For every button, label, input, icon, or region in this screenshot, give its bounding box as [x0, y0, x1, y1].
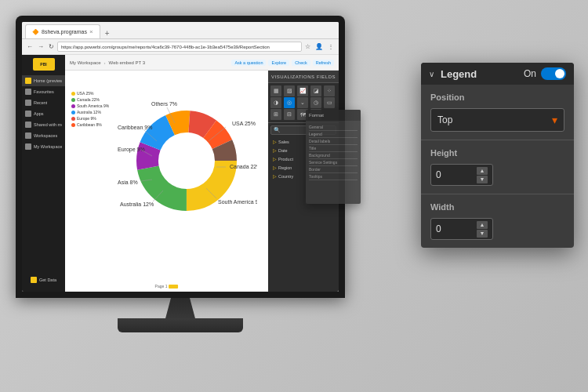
legend-dot-canada [71, 98, 75, 102]
legend-dot-europe [71, 117, 75, 121]
field-label-date: Date [278, 148, 288, 153]
height-label: Height [430, 148, 564, 158]
sidebar-label: Recent [34, 100, 47, 105]
sidebar-item-shared[interactable]: Shared with me [22, 119, 65, 130]
sidebar-label: My Workspace [34, 144, 62, 149]
url-text: https://app.powerbi.com/groups/me/report… [61, 45, 270, 49]
refresh-button[interactable]: ↻ [47, 42, 56, 51]
field-icon-region: ▷ [273, 165, 277, 170]
new-tab-button[interactable]: + [102, 27, 113, 38]
search-icon: 🔍 [274, 127, 281, 133]
legend-chevron-icon[interactable]: ∨ [429, 70, 434, 78]
viz-donut-chart[interactable]: ◎ [284, 97, 295, 108]
clock-icon [25, 100, 31, 106]
viz-panel-header: VISUALIZATIONS FIELDS [268, 71, 339, 83]
page-label: Page 1 [155, 284, 168, 289]
width-up-button[interactable]: ▲ [477, 221, 488, 229]
sidebar-item-recent[interactable]: Recent [22, 97, 65, 108]
height-down-button[interactable]: ▼ [477, 176, 488, 183]
width-down-button[interactable]: ▼ [477, 230, 488, 238]
field-icon-date: ▷ [273, 147, 277, 153]
home-icon [25, 78, 31, 84]
height-up-button[interactable]: ▲ [477, 167, 488, 175]
height-value: 0 [436, 169, 441, 180]
viz-funnel[interactable]: ⌄ [297, 97, 308, 108]
label-asia: Asia 8% [118, 180, 138, 185]
ask-question-button[interactable]: Ask a question [231, 60, 266, 66]
page-indicator [169, 285, 178, 289]
viz-card[interactable]: ▭ [324, 97, 335, 108]
mini-field-2: Legend [309, 131, 358, 138]
card-icon: ▭ [327, 100, 332, 106]
label-canada: Canada 22% [230, 164, 257, 169]
check-button[interactable]: Check [292, 60, 310, 66]
legend-section-title: Legend [441, 68, 477, 80]
viz-scatter-chart[interactable]: ⁘ [324, 85, 335, 96]
forward-button[interactable]: → [36, 42, 45, 51]
mini-field-5: Background [309, 152, 358, 159]
width-value: 0 [436, 223, 441, 234]
mini-field-1: General [309, 124, 358, 131]
width-section: Width 0 ▲ ▼ [421, 194, 574, 248]
legend-dot-australia [71, 111, 75, 114]
donut-chart-svg: USA 25% Canada 22% South America 9% Aust… [116, 98, 257, 223]
settings-icon[interactable]: ⋮ [326, 42, 336, 51]
legend-dot-usa [71, 92, 75, 96]
browser-tab-active[interactable]: 🔶 8sheva.programas × [25, 24, 100, 38]
fields-title: FIELDS [317, 74, 336, 79]
refresh-report-button[interactable]: Refresh [313, 60, 334, 66]
funnel-icon: ⌄ [300, 100, 305, 106]
breadcrumb-sep: › [104, 60, 106, 65]
viz-matrix[interactable]: ⊟ [284, 109, 295, 120]
screen-bezel: 🔶 8sheva.programas × + ← → ↻ https://app… [16, 16, 345, 298]
width-input[interactable]: 0 ▲ ▼ [430, 218, 493, 240]
legend-toggle-switch[interactable] [541, 67, 566, 80]
field-icon-country: ▷ [273, 173, 277, 179]
label-south-america: South America 9% [218, 199, 257, 205]
viz-gauge[interactable]: ◷ [310, 97, 321, 108]
viz-area-chart[interactable]: ◪ [310, 85, 321, 96]
mini-panel: Format General Legend Detail labels Titl… [306, 110, 361, 204]
position-dropdown[interactable]: Top ▾ [430, 108, 564, 132]
viz-bar-chart[interactable]: ▦ [270, 85, 281, 96]
donut-icon: ◎ [287, 100, 292, 106]
legend-item-caribbean: Caribbean 8% [71, 122, 109, 128]
powerbi-content: USA 25% Canada 22% South America 9% [65, 71, 339, 292]
viz-table[interactable]: ⊞ [270, 109, 281, 120]
height-spinners: ▲ ▼ [477, 167, 488, 183]
address-bar[interactable]: https://app.powerbi.com/groups/me/report… [57, 42, 302, 52]
legend-label-europe: Europe 9% [77, 115, 96, 122]
report-canvas[interactable]: USA 25% Canada 22% South America 9% [65, 71, 268, 292]
powerbi-app: PBI Home (preview) Favourites Recent [22, 55, 339, 292]
legend-item-canada: Canada 22% [71, 96, 109, 103]
viz-pie-chart[interactable]: ◑ [270, 97, 281, 108]
mini-field-6: Service Settings [309, 159, 358, 166]
sidebar-item-my-workspace[interactable]: My Workspace [22, 141, 65, 152]
apps-icon [25, 111, 31, 117]
folder-icon [25, 132, 31, 139]
user-icon[interactable]: 👤 [314, 42, 325, 51]
sidebar-item-apps[interactable]: Apps [22, 108, 65, 119]
explore-button[interactable]: Explore [268, 60, 289, 66]
viz-line-chart[interactable]: 📈 [297, 85, 308, 96]
powerbi-main: My Workspace › Web embed PT 3 Ask a ques… [65, 55, 339, 292]
monitor: 🔶 8sheva.programas × + ← → ↻ https://app… [16, 16, 353, 345]
legend-item-usa: USA 25% [71, 90, 109, 96]
width-number-row: 0 ▲ ▼ [430, 218, 564, 240]
field-label-sales: Sales [278, 140, 289, 144]
height-input[interactable]: 0 ▲ ▼ [430, 164, 493, 186]
browser-toolbar: ← → ↻ https://app.powerbi.com/groups/me/… [22, 39, 339, 55]
sidebar-item-favourites[interactable]: Favourites [22, 86, 65, 97]
sidebar-label: Shared with me [34, 122, 62, 127]
sidebar-item-workspaces[interactable]: Workspaces [22, 130, 65, 141]
tab-close-button[interactable]: × [89, 28, 93, 35]
col-icon: ▨ [287, 88, 292, 94]
sidebar-item-home[interactable]: Home (preview) [22, 75, 65, 86]
tab-label: 8sheva.programas [42, 29, 87, 34]
viz-column-chart[interactable]: ▨ [284, 85, 295, 96]
sidebar-item-get-data[interactable]: Get Data [27, 274, 60, 285]
back-button[interactable]: ← [25, 42, 34, 51]
legend-item-europe: Europe 9% [71, 115, 109, 122]
bookmark-icon[interactable]: ☆ [303, 42, 312, 51]
mini-panel-header: Format [306, 110, 361, 121]
